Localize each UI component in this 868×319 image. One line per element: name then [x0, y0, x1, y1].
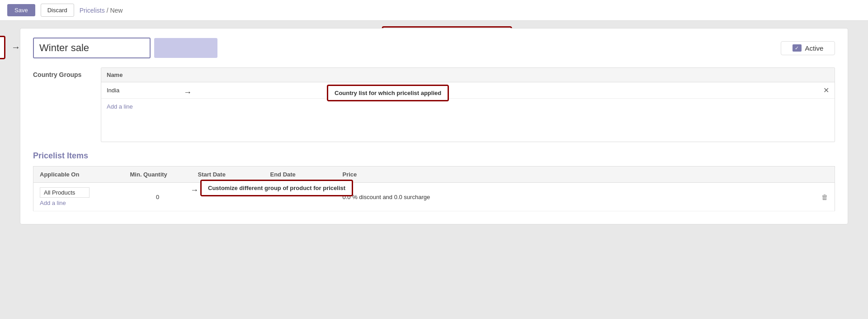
td-delete[interactable]: 🗑	[815, 183, 835, 211]
page-wrapper: Pricelist Name → Active Country Groups	[0, 21, 868, 232]
table-row: All Products Add a line 0 0.0 % discount	[33, 183, 835, 211]
pricelist-name-extra-field[interactable]	[154, 38, 217, 58]
items-table: Applicable On Min. Quantity Start Date E…	[33, 166, 835, 211]
th-min-quantity: Min. Quantity	[124, 167, 192, 183]
active-toggle[interactable]: Active	[781, 41, 835, 55]
annotation-pricelist-name: Pricelist Name	[0, 36, 5, 59]
form-header: Active	[33, 38, 835, 58]
breadcrumb: Pricelists / New	[80, 7, 123, 14]
th-applicable-on: Applicable On	[33, 167, 124, 183]
save-button[interactable]: Save	[7, 4, 35, 16]
breadcrumb-pricelists[interactable]: Pricelists	[80, 7, 105, 14]
td-applicable-on: All Products Add a line	[33, 183, 124, 211]
active-label: Active	[805, 44, 824, 52]
country-annotation-wrapper: Name India ✕ Add a line → Country list f…	[101, 67, 835, 142]
active-icon	[793, 44, 802, 52]
pricelist-items-title: Pricelist Items	[33, 151, 835, 161]
pricelist-name-group	[33, 38, 217, 58]
country-table: Name India ✕ Add a line	[101, 67, 835, 142]
annotation-arrow-name: →	[11, 42, 20, 52]
country-row-india: India ✕	[101, 82, 835, 99]
country-name-india: India	[107, 87, 119, 94]
add-item-line-button[interactable]: Add a line	[40, 200, 66, 206]
annotation-country-list: Country list for which pricelist applied	[327, 85, 449, 101]
td-min-quantity: 0	[124, 183, 192, 211]
annotation-items-arrow: →	[190, 186, 198, 195]
country-table-header: Name	[101, 68, 835, 82]
country-groups-section: Country Groups Name India ✕ Add a line	[33, 67, 835, 142]
country-delete-button[interactable]: ✕	[823, 86, 829, 95]
discard-button[interactable]: Discard	[41, 4, 74, 17]
breadcrumb-current: New	[110, 7, 123, 14]
td-price: 0.0 % discount and 0.0 surcharge	[336, 183, 816, 211]
applicable-on-value: All Products	[44, 189, 75, 196]
add-country-line-button[interactable]: Add a line	[101, 100, 138, 113]
page-content: Pricelist Name → Active Country Groups	[0, 21, 868, 232]
top-bar: Save Discard Pricelists / New	[0, 0, 868, 21]
annotation-items-customize: Customize different group of product for…	[200, 180, 353, 196]
form-card: Pricelist Name → Active Country Groups	[20, 28, 848, 224]
th-price: Price	[336, 167, 816, 183]
pricelist-items-section: Pricelist Items Applicable On Min. Quant…	[33, 151, 835, 211]
items-annotation-wrapper: Applicable On Min. Quantity Start Date E…	[33, 166, 835, 211]
pricelist-name-input[interactable]	[33, 38, 151, 58]
delete-item-icon[interactable]: 🗑	[821, 193, 828, 201]
country-groups-label: Country Groups	[33, 67, 92, 142]
annotation-country-arrow: →	[184, 88, 192, 97]
